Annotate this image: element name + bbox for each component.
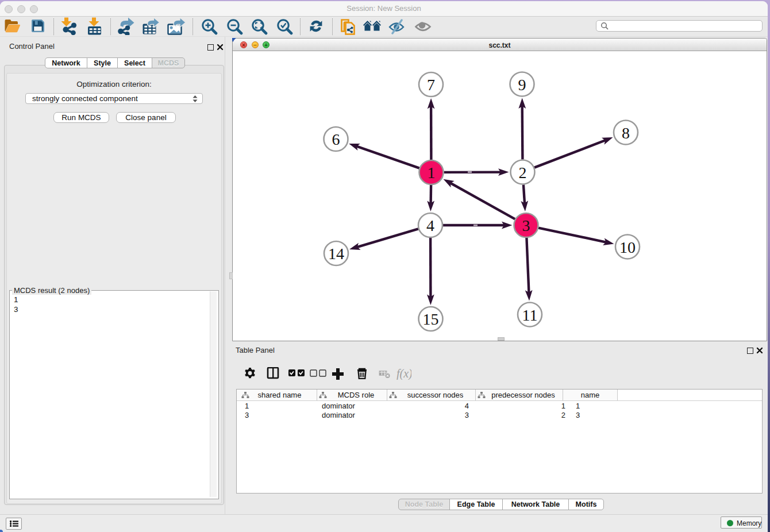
- svg-text:6: 6: [332, 130, 340, 148]
- svg-text:9: 9: [518, 76, 526, 94]
- svg-text:4: 4: [426, 217, 434, 234]
- svg-text:11: 11: [522, 306, 538, 324]
- svg-text:15: 15: [423, 310, 439, 328]
- svg-text:1: 1: [428, 164, 436, 182]
- svg-text:7: 7: [427, 76, 435, 94]
- svg-text:8: 8: [622, 124, 630, 142]
- svg-text:f(x): f(x): [396, 367, 411, 380]
- svg-text:10: 10: [619, 238, 636, 256]
- svg-text:2: 2: [519, 164, 527, 182]
- svg-text:14: 14: [328, 245, 344, 263]
- svg-text:3: 3: [522, 217, 530, 234]
